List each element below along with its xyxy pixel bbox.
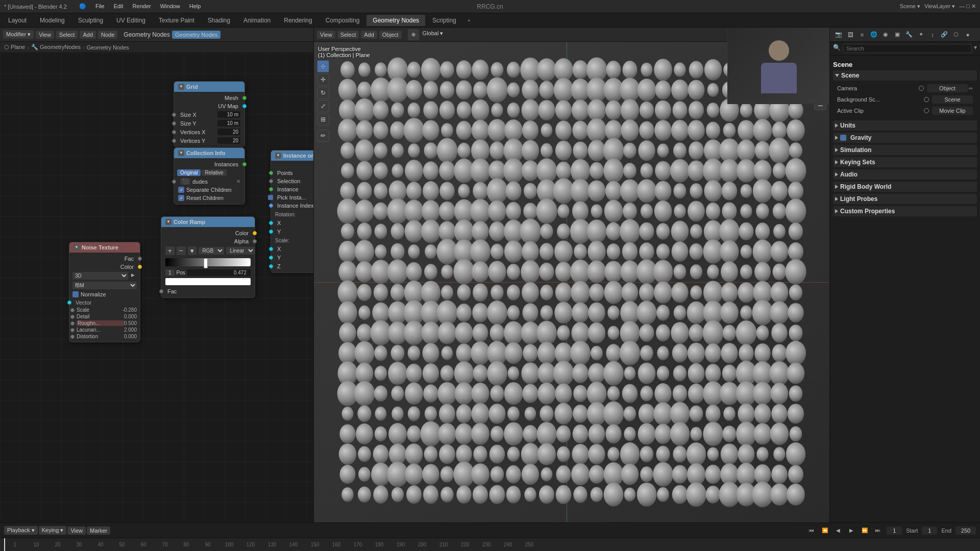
- menu-help[interactable]: Help: [185, 2, 205, 11]
- node-colorramp-collapse[interactable]: ▼: [165, 219, 172, 225]
- tl-btn-end[interactable]: ⏭: [873, 526, 883, 535]
- menu-render[interactable]: Render: [129, 2, 155, 11]
- rp-icon-object[interactable]: ▣: [892, 29, 903, 40]
- node-noise-roughness-value[interactable]: 0.500: [124, 320, 137, 326]
- node-noise-dim-select[interactable]: 3D: [72, 272, 128, 280]
- collection-clear-btn[interactable]: ✕: [236, 179, 240, 184]
- start-frame-input[interactable]: [922, 527, 937, 535]
- tab-original[interactable]: Original: [177, 169, 201, 176]
- menu-blender[interactable]: 🔵: [75, 2, 90, 11]
- rp-units-header[interactable]: Units: [833, 120, 977, 131]
- node-instance-collapse[interactable]: ▼: [275, 153, 281, 159]
- rp-audio-header[interactable]: Audio: [833, 169, 977, 180]
- node-noise-header[interactable]: ▼ Noise Texture: [69, 242, 140, 253]
- node-noise-vector-socket[interactable]: [67, 300, 71, 305]
- view-layer-selector[interactable]: ViewLayer ▾: [924, 3, 955, 10]
- node-colorramp-extra-stop[interactable]: ▾: [188, 246, 197, 255]
- reset-children-checkbox[interactable]: ✓: [178, 195, 184, 201]
- viewport-add-menu[interactable]: Add: [361, 31, 377, 39]
- tl-btn-start[interactable]: ⏮: [807, 526, 816, 535]
- add-workspace-button[interactable]: +: [463, 15, 475, 26]
- end-frame-input[interactable]: [955, 527, 976, 535]
- node-noise-color-socket[interactable]: [138, 265, 142, 269]
- rp-rigid-body-header[interactable]: Rigid Body World: [833, 182, 977, 192]
- add-menu-node[interactable]: Add: [80, 31, 96, 39]
- tab-texture-paint[interactable]: Texture Paint: [153, 15, 201, 26]
- tool-annotate[interactable]: ✏: [317, 130, 329, 142]
- tool-transform[interactable]: ⊞: [317, 113, 329, 126]
- rp-gravity-header[interactable]: Gravity: [833, 133, 977, 143]
- node-noise-scale-value[interactable]: -0.280: [122, 307, 137, 313]
- rp-icon-world[interactable]: ◉: [880, 29, 891, 40]
- frame-bar[interactable]: 1 10 20 30 40 50 60 70 80 90 100 120 130…: [0, 538, 980, 551]
- tab-geometry-nodes[interactable]: Geometry Nodes: [366, 15, 425, 26]
- node-collinfo-instances-socket[interactable]: [242, 162, 247, 166]
- rp-icon-scene-props[interactable]: 🌐: [868, 29, 879, 40]
- tab-sculpting[interactable]: Sculpting: [72, 15, 109, 26]
- timeline-keying-btn[interactable]: Keying ▾: [39, 526, 67, 535]
- rp-icon-data[interactable]: ⬡: [950, 29, 962, 40]
- menu-window[interactable]: Window: [156, 2, 184, 11]
- node-instance-selection-socket[interactable]: [269, 179, 273, 183]
- node-colorramp-gradient[interactable]: [165, 258, 251, 266]
- node-noise-roughness-input[interactable]: [70, 321, 75, 325]
- node-grid-vertx-value[interactable]: 20: [217, 129, 240, 135]
- tab-uv-editing[interactable]: UV Editing: [110, 15, 152, 26]
- tl-btn-play[interactable]: ▶: [847, 526, 856, 535]
- tab-layout[interactable]: Layout: [2, 15, 33, 26]
- camera-edit-icon[interactable]: ✏: [969, 86, 973, 91]
- node-noise-lacunarity-input[interactable]: [70, 328, 75, 332]
- node-collection-info[interactable]: ▼ Collection Info Instances Original Rel…: [174, 147, 245, 205]
- node-noise-detail-input[interactable]: [70, 315, 75, 319]
- node-noise-collapse[interactable]: ▼: [74, 244, 80, 251]
- current-frame-input[interactable]: [887, 527, 902, 535]
- timeline-marker-btn[interactable]: Marker: [87, 527, 110, 535]
- select-menu-node[interactable]: Select: [56, 31, 78, 39]
- node-colorramp-alpha-socket[interactable]: [253, 239, 257, 243]
- node-instance-pickinst-checkbox[interactable]: [268, 195, 273, 200]
- node-collinfo-header[interactable]: ▼ Collection Info: [174, 148, 244, 158]
- node-colorramp-add-stop[interactable]: +: [165, 246, 175, 255]
- node-colorramp-pos-value[interactable]: 0.472: [187, 269, 251, 276]
- node-noise-distortion-value[interactable]: 0.000: [124, 334, 137, 339]
- tab-modeling[interactable]: Modeling: [34, 15, 71, 26]
- rp-icon-constraints[interactable]: 🔗: [939, 29, 950, 40]
- collection-input-socket[interactable]: [172, 180, 176, 184]
- rp-icon-scene-render[interactable]: 📷: [833, 29, 844, 40]
- node-noise-texture[interactable]: ▼ Noise Texture Fac Color 3D: [69, 242, 140, 342]
- node-grid-collapse[interactable]: ▼: [178, 84, 184, 90]
- node-instance-scalex-socket[interactable]: [269, 247, 273, 251]
- node-colorramp-color-swatch[interactable]: [165, 278, 251, 285]
- node-colorramp-mode[interactable]: RGB: [199, 247, 224, 255]
- gravity-checkbox[interactable]: [840, 135, 846, 141]
- node-grid-verty-value[interactable]: 20: [217, 137, 240, 144]
- tool-rotate[interactable]: ↻: [317, 87, 329, 99]
- node-colorramp-header[interactable]: ▼ Color Ramp: [161, 217, 255, 227]
- node-instance-roty-socket[interactable]: [269, 230, 273, 234]
- scene-selector[interactable]: Scene ▾: [900, 3, 920, 10]
- timeline-view-btn[interactable]: View: [67, 527, 86, 535]
- tab-shading[interactable]: Shading: [202, 15, 236, 26]
- node-instance-points-socket[interactable]: [269, 171, 273, 175]
- node-collinfo-collapse[interactable]: ▼: [178, 150, 184, 156]
- node-grid-sizex-input[interactable]: [172, 113, 176, 117]
- rp-icon-material[interactable]: ●: [962, 29, 973, 40]
- rp-custom-props-header[interactable]: Custom Properties: [833, 206, 977, 216]
- tab-animation[interactable]: Animation: [237, 15, 277, 26]
- node-instance-scalez-socket[interactable]: [269, 264, 273, 268]
- viewport-canvas[interactable]: User Perspective (1) Collection | Plane …: [314, 42, 829, 522]
- node-noise-distortion-input[interactable]: [70, 335, 75, 339]
- tl-btn-next[interactable]: ⏩: [860, 526, 869, 535]
- tab-scripting[interactable]: Scripting: [426, 15, 462, 26]
- rp-icon-output[interactable]: 🖼: [845, 29, 856, 40]
- modifier-menu[interactable]: Modifier ▾: [3, 30, 34, 39]
- node-grid-sizex-value[interactable]: 10 m: [217, 111, 240, 118]
- node-instance-header[interactable]: ▼ Instance on: [271, 151, 313, 161]
- camera-value[interactable]: Object: [927, 84, 968, 92]
- colorramp-marker[interactable]: [204, 258, 208, 268]
- rp-keying-header[interactable]: Keying Sets: [833, 157, 977, 167]
- rp-light-probes-header[interactable]: Light Probes: [833, 194, 977, 204]
- viewport-global-btn[interactable]: ⊕: [408, 29, 419, 40]
- node-grid-verty-input[interactable]: [172, 139, 176, 143]
- tab-relative[interactable]: Relative: [202, 169, 226, 176]
